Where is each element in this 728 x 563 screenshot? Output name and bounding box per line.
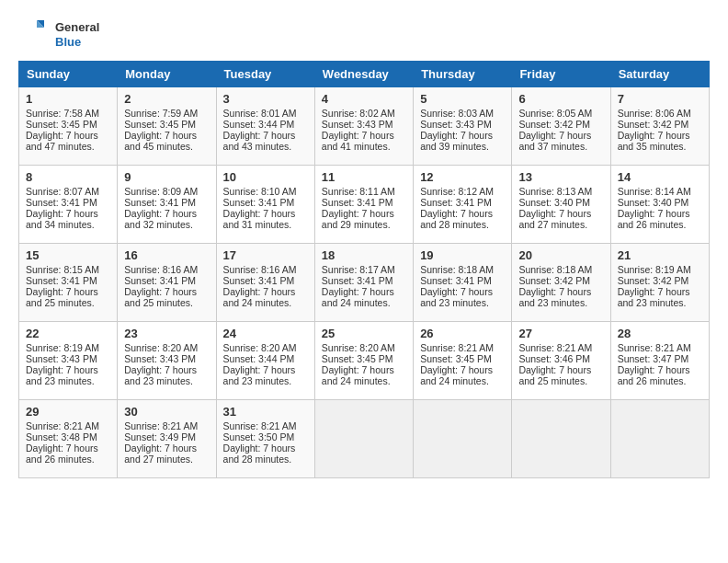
sunset-text: Sunset: 3:49 PM xyxy=(124,431,196,442)
day-number: 30 xyxy=(124,405,209,419)
sunset-text: Sunset: 3:41 PM xyxy=(223,197,295,208)
sunset-text: Sunset: 3:42 PM xyxy=(518,119,590,130)
sunrise-text: Sunrise: 8:21 AM xyxy=(518,342,592,353)
calendar-cell: 7Sunrise: 8:06 AMSunset: 3:42 PMDaylight… xyxy=(610,87,709,166)
daylight-text: Daylight: 7 hours and 25 minutes. xyxy=(518,364,591,386)
daylight-text: Daylight: 7 hours and 25 minutes. xyxy=(26,286,98,308)
daylight-text: Daylight: 7 hours and 23 minutes. xyxy=(518,286,591,308)
sunrise-text: Sunrise: 8:15 AM xyxy=(26,264,99,275)
calendar-cell: 26Sunrise: 8:21 AMSunset: 3:45 PMDayligh… xyxy=(414,322,512,400)
daylight-text: Daylight: 7 hours and 27 minutes. xyxy=(518,208,591,230)
day-number: 11 xyxy=(322,170,406,184)
calendar-cell xyxy=(414,400,512,478)
calendar-cell: 20Sunrise: 8:18 AMSunset: 3:42 PMDayligh… xyxy=(512,244,610,322)
day-number: 5 xyxy=(420,92,505,106)
daylight-text: Daylight: 7 hours and 28 minutes. xyxy=(420,208,493,230)
daylight-text: Daylight: 7 hours and 37 minutes. xyxy=(518,130,591,152)
daylight-text: Daylight: 7 hours and 23 minutes. xyxy=(26,364,98,386)
calendar-cell: 23Sunrise: 8:20 AMSunset: 3:43 PMDayligh… xyxy=(118,322,216,400)
sunset-text: Sunset: 3:45 PM xyxy=(322,353,393,364)
day-number: 14 xyxy=(618,170,702,184)
header-monday: Monday xyxy=(118,62,216,87)
sunset-text: Sunset: 3:40 PM xyxy=(618,197,689,208)
day-number: 7 xyxy=(618,92,702,106)
sunrise-text: Sunrise: 8:12 AM xyxy=(420,186,494,197)
daylight-text: Daylight: 7 hours and 25 minutes. xyxy=(124,286,197,308)
page-header: General Blue xyxy=(18,18,710,52)
calendar-cell: 12Sunrise: 8:12 AMSunset: 3:41 PMDayligh… xyxy=(414,166,512,244)
calendar-cell: 29Sunrise: 8:21 AMSunset: 3:48 PMDayligh… xyxy=(19,400,118,478)
daylight-text: Daylight: 7 hours and 23 minutes. xyxy=(420,286,493,308)
calendar-table: SundayMondayTuesdayWednesdayThursdayFrid… xyxy=(18,61,710,478)
day-number: 26 xyxy=(420,327,505,340)
daylight-text: Daylight: 7 hours and 26 minutes. xyxy=(618,208,690,230)
sunset-text: Sunset: 3:46 PM xyxy=(518,353,590,364)
calendar-cell: 25Sunrise: 8:20 AMSunset: 3:45 PMDayligh… xyxy=(314,322,413,400)
day-number: 1 xyxy=(26,92,110,106)
sunset-text: Sunset: 3:41 PM xyxy=(420,197,492,208)
calendar-cell xyxy=(512,400,610,478)
sunrise-text: Sunrise: 8:14 AM xyxy=(618,186,691,197)
sunset-text: Sunset: 3:42 PM xyxy=(618,119,689,130)
sunset-text: Sunset: 3:45 PM xyxy=(26,119,97,130)
calendar-cell: 4Sunrise: 8:02 AMSunset: 3:43 PMDaylight… xyxy=(314,87,413,166)
calendar-cell: 14Sunrise: 8:14 AMSunset: 3:40 PMDayligh… xyxy=(610,166,709,244)
day-number: 20 xyxy=(518,248,603,262)
logo-text: General Blue xyxy=(55,20,99,49)
sunrise-text: Sunrise: 8:13 AM xyxy=(518,186,592,197)
daylight-text: Daylight: 7 hours and 47 minutes. xyxy=(26,130,98,152)
sunset-text: Sunset: 3:41 PM xyxy=(223,275,295,286)
week-row-0: 1Sunrise: 7:58 AMSunset: 3:45 PMDaylight… xyxy=(19,87,710,166)
calendar-body: 1Sunrise: 7:58 AMSunset: 3:45 PMDaylight… xyxy=(19,87,710,478)
calendar-cell: 31Sunrise: 8:21 AMSunset: 3:50 PMDayligh… xyxy=(216,400,314,478)
header-thursday: Thursday xyxy=(414,62,512,87)
calendar-cell: 22Sunrise: 8:19 AMSunset: 3:43 PMDayligh… xyxy=(19,322,118,400)
sunset-text: Sunset: 3:44 PM xyxy=(223,353,295,364)
calendar-cell: 8Sunrise: 8:07 AMSunset: 3:41 PMDaylight… xyxy=(19,166,118,244)
calendar-cell: 17Sunrise: 8:16 AMSunset: 3:41 PMDayligh… xyxy=(216,244,314,322)
day-number: 24 xyxy=(223,327,308,340)
calendar-cell: 2Sunrise: 7:59 AMSunset: 3:45 PMDaylight… xyxy=(118,87,216,166)
day-number: 22 xyxy=(26,327,110,340)
daylight-text: Daylight: 7 hours and 24 minutes. xyxy=(322,364,394,386)
sunset-text: Sunset: 3:41 PM xyxy=(26,197,97,208)
daylight-text: Daylight: 7 hours and 24 minutes. xyxy=(322,286,394,308)
sunset-text: Sunset: 3:41 PM xyxy=(322,275,393,286)
sunset-text: Sunset: 3:40 PM xyxy=(518,197,590,208)
sunset-text: Sunset: 3:43 PM xyxy=(124,353,196,364)
day-number: 29 xyxy=(26,405,110,419)
header-tuesday: Tuesday xyxy=(216,62,314,87)
daylight-text: Daylight: 7 hours and 34 minutes. xyxy=(26,208,98,230)
day-number: 31 xyxy=(223,405,308,419)
calendar-cell: 19Sunrise: 8:18 AMSunset: 3:41 PMDayligh… xyxy=(414,244,512,322)
sunrise-text: Sunrise: 8:17 AM xyxy=(322,264,395,275)
sunrise-text: Sunrise: 8:20 AM xyxy=(223,342,297,353)
daylight-text: Daylight: 7 hours and 43 minutes. xyxy=(223,130,296,152)
calendar-cell: 3Sunrise: 8:01 AMSunset: 3:44 PMDaylight… xyxy=(216,87,314,166)
sunrise-text: Sunrise: 8:01 AM xyxy=(223,108,297,119)
sunrise-text: Sunrise: 8:18 AM xyxy=(420,264,494,275)
sunset-text: Sunset: 3:42 PM xyxy=(618,275,689,286)
calendar-cell xyxy=(610,400,709,478)
day-number: 12 xyxy=(420,170,505,184)
calendar-cell: 10Sunrise: 8:10 AMSunset: 3:41 PMDayligh… xyxy=(216,166,314,244)
daylight-text: Daylight: 7 hours and 29 minutes. xyxy=(322,208,394,230)
day-number: 18 xyxy=(322,248,406,262)
sunset-text: Sunset: 3:47 PM xyxy=(618,353,689,364)
calendar-cell: 30Sunrise: 8:21 AMSunset: 3:49 PMDayligh… xyxy=(118,400,216,478)
calendar-header-row: SundayMondayTuesdayWednesdayThursdayFrid… xyxy=(19,62,710,87)
header-wednesday: Wednesday xyxy=(314,62,413,87)
week-row-4: 29Sunrise: 8:21 AMSunset: 3:48 PMDayligh… xyxy=(19,400,710,478)
sunrise-text: Sunrise: 8:05 AM xyxy=(518,108,592,119)
sunrise-text: Sunrise: 8:21 AM xyxy=(124,420,198,431)
logo-container: General Blue xyxy=(18,18,99,52)
sunset-text: Sunset: 3:45 PM xyxy=(420,353,492,364)
sunset-text: Sunset: 3:41 PM xyxy=(420,275,492,286)
calendar-cell: 27Sunrise: 8:21 AMSunset: 3:46 PMDayligh… xyxy=(512,322,610,400)
sunset-text: Sunset: 3:43 PM xyxy=(322,119,393,130)
sunrise-text: Sunrise: 8:20 AM xyxy=(322,342,395,353)
sunrise-text: Sunrise: 8:06 AM xyxy=(618,108,691,119)
sunrise-text: Sunrise: 8:18 AM xyxy=(518,264,592,275)
sunrise-text: Sunrise: 8:21 AM xyxy=(420,342,494,353)
daylight-text: Daylight: 7 hours and 23 minutes. xyxy=(124,364,197,386)
